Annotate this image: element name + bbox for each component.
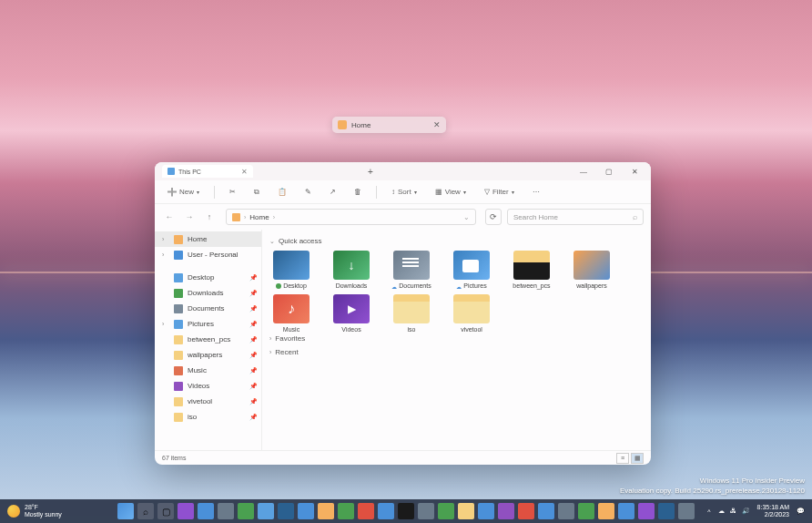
new-button[interactable]: New▾ <box>164 186 203 199</box>
folder-videos[interactable]: Videos <box>330 294 373 333</box>
new-tab-button[interactable]: + <box>362 167 379 177</box>
taskbar-app[interactable] <box>178 503 194 519</box>
taskbar-app[interactable] <box>258 503 274 519</box>
sidebar-item-desktop[interactable]: Desktop📌 <box>155 270 261 285</box>
folder-downloads[interactable]: Downloads <box>330 251 373 289</box>
share-button[interactable]: ↗ <box>326 186 340 198</box>
minimize-button[interactable]: — <box>571 162 596 180</box>
onedrive-tray-icon[interactable]: ☁ <box>718 508 725 515</box>
tray-chevron[interactable]: ^ <box>707 508 710 515</box>
taskbar-app[interactable] <box>598 503 614 519</box>
taskbar-app[interactable] <box>398 503 414 519</box>
taskbar-app[interactable] <box>458 503 474 519</box>
sidebar-item-wallpapers[interactable]: wallpapers📌 <box>155 347 261 363</box>
taskbar-app[interactable] <box>518 503 534 519</box>
address-bar[interactable]: › Home › ⌄ <box>226 209 476 225</box>
date: 2/2/2023 <box>757 511 789 518</box>
breadcrumb-segment[interactable]: Home <box>249 213 269 221</box>
taskbar-app[interactable] <box>198 503 214 519</box>
cut-button[interactable]: ✂ <box>226 186 239 198</box>
chevron-down-icon[interactable]: ⌄ <box>463 213 470 221</box>
folder-music[interactable]: Music <box>269 294 313 333</box>
start-button[interactable] <box>117 503 134 519</box>
folder-desktop[interactable]: Desktop <box>269 251 313 289</box>
folder-icon <box>174 413 183 422</box>
sidebar-item-iso[interactable]: iso📌 <box>155 409 261 425</box>
delete-button[interactable]: 🗑 <box>350 186 365 198</box>
taskbar-app[interactable] <box>558 503 574 519</box>
taskbar-app[interactable] <box>298 503 314 519</box>
folder-wallpapers[interactable]: wallpapers <box>570 251 614 289</box>
maximize-button[interactable]: ▢ <box>596 162 622 180</box>
taskbar-app[interactable] <box>278 503 294 519</box>
icons-view-button[interactable]: ▦ <box>631 453 644 464</box>
sidebar-item-user[interactable]: ›User - Personal <box>155 247 261 262</box>
folder-between-pcs[interactable]: between_pcs <box>510 251 553 289</box>
close-tab-icon[interactable]: ✕ <box>241 168 248 176</box>
task-view-button[interactable]: ▢ <box>157 503 174 519</box>
taskbar-app[interactable] <box>378 503 394 519</box>
taskbar-app[interactable] <box>358 503 374 519</box>
sidebar-item-vivetool[interactable]: vivetool📌 <box>155 394 261 409</box>
refresh-button[interactable]: ⟳ <box>485 209 502 225</box>
clock[interactable]: 8:35:18 AM 2/2/2023 <box>757 504 789 518</box>
taskbar-app[interactable] <box>578 503 594 519</box>
search-input[interactable]: Search Home ⌕ <box>507 209 644 225</box>
taskbar-app[interactable] <box>478 503 494 519</box>
sidebar-item-home[interactable]: ›Home <box>155 231 261 247</box>
taskbar-app[interactable] <box>218 503 234 519</box>
tab-this-pc[interactable]: This PC ✕ <box>162 165 253 178</box>
network-tray-icon[interactable]: 🖧 <box>730 508 736 515</box>
section-favorites[interactable]: ›Favorites <box>269 334 644 343</box>
close-icon[interactable]: ✕ <box>433 120 441 129</box>
search-button[interactable]: ⌕ <box>137 503 154 519</box>
folder-iso[interactable]: iso <box>390 294 433 333</box>
sidebar-item-music[interactable]: Music📌 <box>155 363 261 378</box>
titlebar[interactable]: This PC ✕ + — ▢ ✕ <box>155 162 651 180</box>
up-button[interactable]: ↑ <box>202 210 217 224</box>
sidebar-item-pictures[interactable]: ›Pictures📌 <box>155 316 261 332</box>
taskbar-app[interactable] <box>678 503 695 519</box>
filter-button[interactable]: ▽ Filter▾ <box>481 186 518 198</box>
forward-button[interactable]: → <box>182 210 197 224</box>
folder-pictures[interactable]: ☁Pictures <box>450 251 493 289</box>
taskbar-app[interactable] <box>618 503 634 519</box>
taskbar-app[interactable] <box>538 503 554 519</box>
taskbar-app[interactable] <box>638 503 655 519</box>
close-window-button[interactable]: ✕ <box>622 162 647 180</box>
more-button[interactable]: ⋯ <box>529 186 543 198</box>
taskbar-app[interactable] <box>338 503 354 519</box>
pictures-icon <box>174 320 183 329</box>
sidebar-item-videos[interactable]: Videos📌 <box>155 378 261 394</box>
folder-vivetool[interactable]: vivetool <box>450 294 493 333</box>
volume-tray-icon[interactable]: 🔊 <box>742 508 750 515</box>
taskbar-app[interactable] <box>318 503 334 519</box>
sidebar-item-downloads[interactable]: Downloads📌 <box>155 285 261 301</box>
cloud-badge-icon: ☁ <box>391 283 397 289</box>
build-watermark: Windows 11 Pro Insider Preview Evaluatio… <box>620 477 805 496</box>
sidebar-item-documents[interactable]: Documents📌 <box>155 301 261 316</box>
rename-button[interactable]: ✎ <box>301 186 315 198</box>
taskbar[interactable]: 28°F Mostly sunny ⌕ ▢ ^ <box>0 499 812 523</box>
details-view-button[interactable]: ≡ <box>616 453 629 464</box>
taskbar-app[interactable] <box>418 503 434 519</box>
taskbar-app[interactable] <box>238 503 254 519</box>
folder-icon <box>174 335 183 344</box>
back-button[interactable]: ← <box>162 210 177 224</box>
pin-icon: 📌 <box>249 290 258 297</box>
taskbar-app[interactable] <box>438 503 454 519</box>
notifications-button[interactable]: 💬 <box>797 508 805 515</box>
detached-tab[interactable]: Home ✕ <box>332 117 446 133</box>
taskbar-app[interactable] <box>498 503 514 519</box>
section-recent[interactable]: ›Recent <box>269 348 644 356</box>
copy-button[interactable]: ⧉ <box>250 186 263 199</box>
sidebar-item-between-pcs[interactable]: between_pcs📌 <box>155 332 261 347</box>
taskbar-app[interactable] <box>658 503 675 519</box>
system-tray[interactable]: ☁ 🖧 🔊 <box>718 508 750 515</box>
view-button[interactable]: ▦ View▾ <box>431 186 470 198</box>
paste-button[interactable]: 📋 <box>274 186 290 198</box>
weather-widget[interactable]: 28°F Mostly sunny <box>7 504 62 518</box>
section-quick-access[interactable]: ⌄Quick access <box>269 237 644 245</box>
folder-documents[interactable]: ☁Documents <box>390 251 433 289</box>
sort-button[interactable]: ↕ Sort▾ <box>388 186 421 198</box>
